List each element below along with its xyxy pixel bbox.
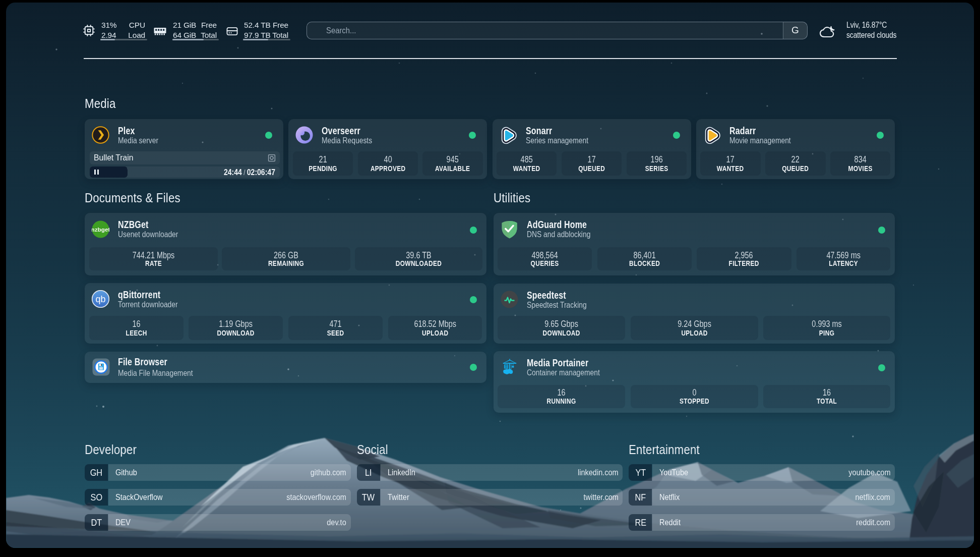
svg-text:nzbget: nzbget xyxy=(92,226,109,233)
svg-text:qb: qb xyxy=(95,294,105,304)
